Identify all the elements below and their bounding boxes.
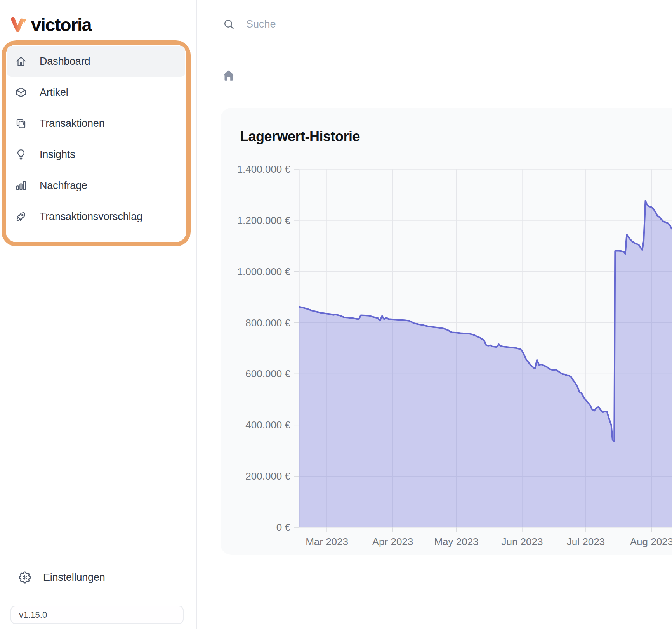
rocket-icon [15,211,27,222]
bar-chart-icon [15,180,27,191]
app-root: { "app": { "name": "victoria", "version"… [0,0,672,629]
sidebar-item-einstellungen[interactable]: Einstellungen [0,563,196,592]
topbar [197,0,672,49]
victoria-logo-icon [11,17,27,32]
lagerwert-area-chart: 0 €200.000 €400.000 €600.000 €800.000 €1… [221,108,672,555]
svg-text:May 2023: May 2023 [434,536,478,548]
svg-text:400.000 €: 400.000 € [245,419,290,431]
svg-text:200.000 €: 200.000 € [245,470,290,482]
svg-text:1.200.000 €: 1.200.000 € [237,215,291,226]
sidebar-item-label: Nachfrage [40,180,87,192]
sidebar-item-label: Insights [40,149,75,161]
version-badge: v1.15.0 [10,606,184,624]
svg-text:Apr 2023: Apr 2023 [372,536,413,548]
svg-text:Jul 2023: Jul 2023 [567,536,605,548]
search-input[interactable] [246,18,479,30]
svg-text:Aug 2023: Aug 2023 [630,536,672,548]
cube-icon [15,87,27,98]
app-logo[interactable]: victoria [11,14,91,35]
svg-text:600.000 €: 600.000 € [245,368,290,379]
gear-icon [17,570,32,585]
documents-icon [15,118,27,129]
app-title: victoria [31,14,91,35]
sidebar-item-transaktionen[interactable]: Transaktionen [7,108,185,139]
svg-text:Mar 2023: Mar 2023 [306,536,348,548]
sidebar-item-transaktionsvorschlag[interactable]: Transaktionsvorschlag [7,201,185,232]
sidebar: victoria Dashboard Artikel Transaktionen [0,0,197,629]
search-icon [223,18,235,30]
breadcrumb-home-icon[interactable] [222,69,236,83]
svg-text:Jun 2023: Jun 2023 [501,536,543,548]
sidebar-item-label: Transaktionen [40,118,105,130]
sidebar-nav-highlight-box: Dashboard Artikel Transaktionen Insights [2,40,191,246]
sidebar-item-artikel[interactable]: Artikel [7,77,185,108]
svg-text:800.000 €: 800.000 € [245,317,290,329]
sidebar-item-label: Artikel [40,87,68,99]
chart-card: Lagerwert-Historie 0 €200.000 €400.000 €… [221,108,672,555]
svg-text:1.000.000 €: 1.000.000 € [237,266,291,277]
lightbulb-icon [15,149,27,160]
sidebar-item-label: Transaktionsvorschlag [40,211,142,223]
sidebar-item-label: Dashboard [40,55,90,68]
home-icon [15,55,27,67]
version-text: v1.15.0 [19,610,47,620]
sidebar-item-insights[interactable]: Insights [7,139,185,170]
sidebar-item-dashboard[interactable]: Dashboard [7,46,185,77]
settings-label: Einstellungen [43,572,105,584]
svg-text:1.400.000 €: 1.400.000 € [237,163,291,175]
sidebar-item-nachfrage[interactable]: Nachfrage [7,170,185,201]
svg-text:0 €: 0 € [276,522,291,533]
